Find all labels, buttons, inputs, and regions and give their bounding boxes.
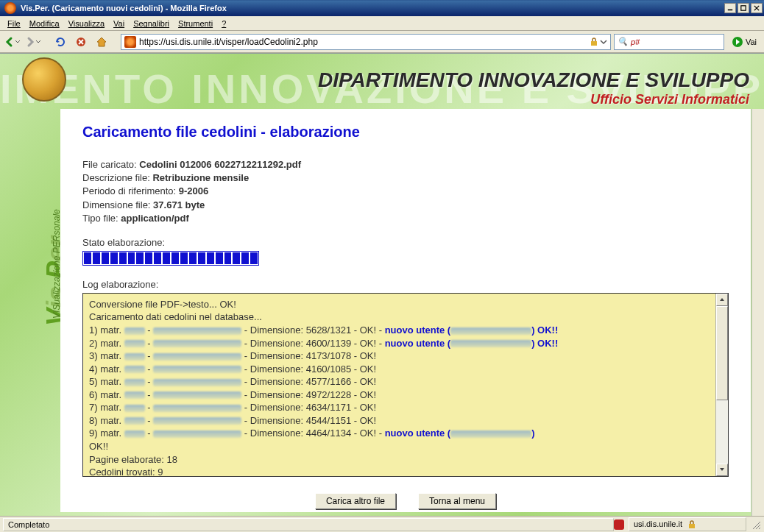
firefox-icon	[4, 2, 16, 14]
log-line: 4) matr. - - Dimensione: 4160/1085 - OK!	[89, 363, 710, 376]
menu-help[interactable]: ?	[217, 18, 230, 29]
log-line: 7) matr. - - Dimensione: 4634/1171 - OK!	[89, 401, 710, 414]
main-panel: Caricamento file cedolini - elaborazione…	[60, 109, 751, 512]
url-dropdown-icon[interactable]	[600, 38, 607, 46]
status-domain: usi.dis.unile.it	[629, 517, 746, 531]
log-line: Pagine elaborate: 18	[89, 453, 710, 467]
window-titlebar: Vis.Per. (Caricamento nuovi cedolini) - …	[0, 0, 764, 16]
search-box[interactable]: 🔍 p#	[614, 34, 724, 50]
home-button[interactable]	[93, 33, 110, 51]
log-line: 3) matr. - - Dimensione: 4173/1078 - OK!	[89, 350, 710, 363]
back-button[interactable]	[3, 33, 21, 51]
brand-subtitle: Ufficio Servizi Informatici	[318, 92, 749, 107]
progress-label: Stato elaborazione:	[82, 237, 729, 248]
menu-bar: File Modifica Visualizza Vai Segnalibri …	[0, 16, 764, 31]
log-line: 1) matr. - - Dimensione: 5628/1321 - OK!…	[89, 324, 710, 337]
svg-rect-9	[689, 524, 695, 528]
site-icon	[124, 36, 136, 48]
resize-grip-icon[interactable]	[751, 519, 761, 530]
file-type: application/pdf	[121, 213, 188, 224]
reload-button[interactable]	[52, 33, 69, 51]
search-placeholder: p#	[631, 38, 640, 46]
svg-rect-7	[591, 41, 597, 46]
status-text: Completato	[3, 518, 614, 531]
back-to-menu-button[interactable]: Torna al menu	[418, 493, 496, 509]
log-line: Caricamento dati cedolini nel database..…	[89, 311, 710, 324]
page-title: Caricamento file cedolini - elaborazione	[82, 124, 729, 141]
maximize-button[interactable]	[738, 3, 749, 13]
stop-button[interactable]	[72, 33, 90, 51]
go-label: Vai	[746, 38, 757, 46]
scroll-thumb[interactable]	[716, 306, 728, 400]
url-text: https://usi.dis.unile.it/visper/loadCedo…	[139, 37, 587, 47]
page-scrollbar[interactable]	[751, 109, 764, 516]
menu-segnalibri[interactable]: Segnalibri	[129, 18, 174, 29]
svg-line-12	[759, 528, 760, 529]
file-info-block: File caricato: Cedolini 012006 602271221…	[82, 158, 729, 225]
url-bar[interactable]: https://usi.dis.unile.it/visper/loadCedo…	[121, 34, 611, 50]
log-line: 2) matr. - - Dimensione: 4600/1139 - OK!…	[89, 337, 710, 350]
log-line: Conversione file PDF->testo... OK!	[89, 298, 710, 311]
menu-strumenti[interactable]: Strumenti	[174, 18, 217, 29]
menu-visualizza[interactable]: Visualizza	[64, 18, 109, 29]
adblock-icon[interactable]	[614, 519, 624, 530]
file-name: Cedolini 012006 6022712211292.pdf	[139, 159, 301, 170]
file-size: 37.671 byte	[153, 199, 205, 210]
toolbar: https://usi.dis.unile.it/visper/loadCedo…	[0, 31, 764, 53]
window-title: Vis.Per. (Caricamento nuovi cedolini) - …	[19, 4, 724, 13]
load-another-button[interactable]: Carica altro file	[315, 493, 396, 509]
status-lock-icon	[687, 520, 696, 529]
svg-rect-1	[741, 6, 746, 10]
log-line: 6) matr. - - Dimensione: 4972/1228 - OK!	[89, 389, 710, 402]
brand-title: DIPARTIMENTO INNOVAZIONE E SVILUPPO	[318, 68, 749, 92]
status-bar: Completato usi.dis.unile.it	[0, 516, 764, 532]
log-line: Cedolini trovati: 9	[89, 466, 710, 476]
menu-vai[interactable]: Vai	[109, 18, 129, 29]
log-box: Conversione file PDF->testo... OK!Carica…	[82, 293, 729, 477]
go-button[interactable]: Vai	[727, 34, 761, 50]
menu-modifica[interactable]: Modifica	[25, 18, 64, 29]
log-scrollbar[interactable]	[715, 294, 728, 476]
coin-logo	[22, 57, 66, 102]
log-label: Log elaborazione:	[82, 279, 729, 290]
scroll-up-button[interactable]	[716, 294, 728, 306]
forward-button[interactable]	[24, 33, 41, 51]
minimize-button[interactable]	[724, 3, 736, 13]
scroll-down-button[interactable]	[716, 464, 728, 476]
file-period: 9-2006	[179, 185, 208, 196]
log-line: 5) matr. - - Dimensione: 4577/1166 - OK!	[89, 375, 710, 389]
menu-file[interactable]: File	[3, 18, 25, 29]
log-line: OK!!	[89, 440, 710, 453]
file-description: Retribuzione mensile	[152, 172, 249, 183]
close-button[interactable]	[751, 3, 763, 13]
search-engine-icon: 🔍	[618, 37, 628, 46]
progress-bar	[82, 251, 259, 266]
log-line: 8) matr. - - Dimensione: 4544/1151 - OK!	[89, 414, 710, 428]
log-line: 9) matr. - - Dimensione: 4464/1134 - OK!…	[89, 427, 710, 440]
content-area: IMENTO INNOVAZIONE E SVILUPPO DIPARTIMEN…	[0, 53, 764, 516]
lock-icon	[590, 38, 598, 46]
